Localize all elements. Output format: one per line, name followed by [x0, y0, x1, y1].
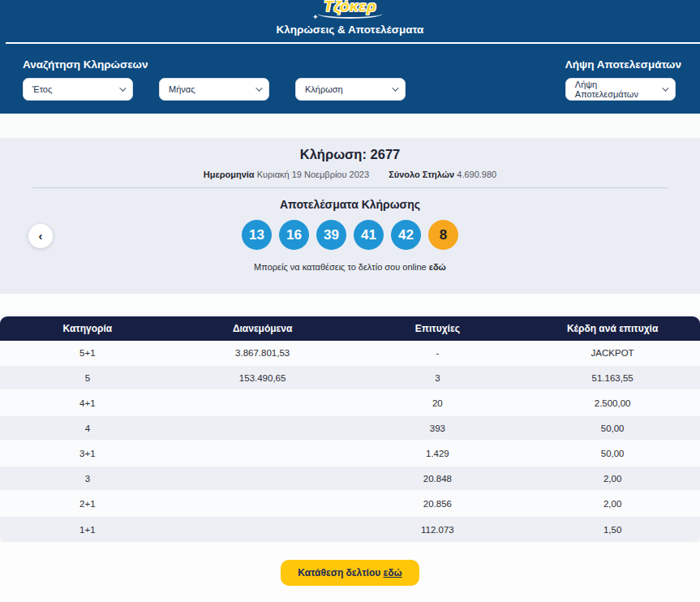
column-header-category: Κατηγορία — [0, 316, 175, 341]
draw-select[interactable]: Κλήρωση — [295, 78, 406, 101]
total-columns-label: Σύνολο Στηλών — [389, 170, 454, 179]
column-header-prize: Κέρδη ανά επιτυχία — [525, 316, 700, 341]
cell-category: 2+1 — [0, 492, 175, 515]
chevron-left-icon: ‹ — [39, 229, 43, 243]
search-section: Αναζήτηση Κληρώσεων Έτος Μήνας Κλήρωση Λ… — [0, 58, 700, 101]
cell-prize: 50,00 — [525, 416, 700, 440]
winning-number-ball: 41 — [354, 220, 384, 250]
cell-distributed — [175, 441, 350, 465]
logo-swoosh-icon — [317, 9, 383, 19]
cell-distributed — [175, 416, 350, 440]
spacer — [0, 114, 700, 138]
cell-category: 4+1 — [0, 391, 175, 415]
table-row: 1+1 112.073 1,50 — [0, 517, 700, 542]
cell-winners: 112.073 — [350, 517, 526, 542]
chevron-down-icon — [662, 84, 668, 91]
logo-star-icon: ✦ — [312, 13, 319, 21]
header-divider — [6, 42, 700, 44]
table-row: 2+1 20.856 2,00 — [0, 492, 700, 517]
table-header-row: Κατηγορία Διανεμόμενα Επιτυχίες Κέρδη αν… — [0, 316, 700, 341]
year-select-value: Έτος — [32, 84, 52, 94]
winning-number-ball: 16 — [279, 220, 309, 250]
chevron-down-icon — [119, 84, 126, 91]
download-results-select[interactable]: Λήψη Αποτελεσμάτων — [565, 78, 676, 101]
cell-winners: 393 — [350, 416, 526, 440]
download-results: Λήψη Αποτελεσμάτων Λήψη Αποτελεσμάτων — [565, 58, 681, 101]
table-row: 3 20.848 2,00 — [0, 467, 700, 492]
total-columns-value: 4.690.980 — [457, 170, 496, 179]
payout-table: Κατηγορία Διανεμόμενα Επιτυχίες Κέρδη αν… — [0, 316, 700, 542]
table-row: 5+1 3.867.801,53 - JACKPOT — [0, 341, 700, 366]
month-select[interactable]: Μήνας — [159, 78, 269, 101]
cell-category: 5+1 — [0, 341, 175, 364]
cell-winners: 1.429 — [350, 441, 526, 465]
cell-distributed — [175, 391, 350, 415]
draw-meta: Ημερομηνία Κυριακή 19 Νοεμβρίου 2023 Σύν… — [0, 170, 700, 179]
search-title: Αναζήτηση Κληρώσεων — [23, 58, 406, 71]
draw-date-label: Ημερομηνία — [204, 170, 255, 179]
cell-prize: 51.163,55 — [525, 366, 700, 389]
table-row: 4+1 20 2.500,00 — [0, 391, 700, 416]
winning-number-ball: 13 — [242, 220, 272, 250]
draw-select-value: Κλήρωση — [305, 84, 343, 94]
search-filters: Αναζήτηση Κληρώσεων Έτος Μήνας Κλήρωση — [23, 58, 406, 101]
cell-prize: 1,50 — [525, 517, 700, 542]
download-results-title: Λήψη Αποτελεσμάτων — [565, 58, 681, 71]
draw-results-title: Αποτελέσματα Κλήρωσης — [0, 198, 700, 211]
column-header-winners: Επιτυχίες — [350, 316, 526, 341]
deposit-ticket-button[interactable]: Κατάθεση δελτίου εδώ — [281, 560, 419, 586]
cell-winners: 20.856 — [350, 492, 526, 515]
cell-category: 1+1 — [0, 517, 175, 542]
table-row: 4 393 50,00 — [0, 416, 700, 441]
cell-winners: 20 — [350, 391, 526, 415]
joker-number-ball: 8 — [428, 220, 458, 250]
cell-distributed — [175, 517, 350, 542]
table-row: 3+1 1.429 50,00 — [0, 441, 700, 467]
month-select-value: Μήνας — [169, 84, 195, 94]
cell-prize: JACKPOT — [525, 341, 700, 364]
cell-distributed — [175, 492, 350, 515]
download-results-select-value: Λήψη Αποτελεσμάτων — [575, 80, 662, 99]
cell-prize: 2,00 — [525, 467, 700, 490]
spacer — [0, 294, 700, 316]
winning-number-ball: 42 — [391, 220, 421, 250]
page-header: Τζόκερ ✦ Κληρώσεις & Αποτελέσματα Αναζήτ… — [0, 0, 700, 114]
chevron-down-icon — [256, 84, 262, 91]
deposit-button-link: εδώ — [384, 567, 402, 578]
cell-category: 4 — [0, 416, 175, 440]
chevron-down-icon — [392, 84, 398, 91]
cell-distributed: 3.867.801,53 — [175, 341, 350, 364]
draw-number-title: Κλήρωση: 2677 — [0, 138, 700, 162]
cell-prize: 2.500,00 — [525, 391, 700, 415]
table-body: 5+1 3.867.801,53 - JACKPOT 5 153.490,65 … — [0, 341, 700, 542]
cell-category: 3 — [0, 467, 175, 490]
cell-prize: 50,00 — [525, 441, 700, 465]
draw-result-card: Κλήρωση: 2677 Ημερομηνία Κυριακή 19 Νοεμ… — [0, 138, 700, 294]
page-footer: Κατάθεση δελτίου εδώ — [0, 542, 700, 602]
cell-category: 5 — [0, 366, 175, 389]
winning-numbers: 13 16 39 41 42 8 — [0, 220, 700, 250]
page-title: Κληρώσεις & Αποτελέσματα — [0, 24, 700, 36]
table-row: 5 153.490,65 3 51.163,55 — [0, 366, 700, 391]
year-select[interactable]: Έτος — [23, 78, 133, 101]
tzoker-logo[interactable]: Τζόκερ ✦ — [319, 0, 381, 19]
cell-distributed: 153.490,65 — [175, 366, 350, 389]
column-header-distributed: Διανεμόμενα — [175, 316, 350, 341]
cell-winners: 20.848 — [350, 467, 526, 490]
cell-distributed — [175, 467, 350, 490]
cell-winners: - — [350, 341, 526, 364]
deposit-button-text: Κατάθεση δελτίου — [298, 567, 380, 578]
cell-prize: 2,00 — [525, 492, 700, 515]
online-deposit-note: Μπορείς να καταθέσεις το δελτίο σου onli… — [0, 262, 700, 272]
winning-number-ball: 39 — [316, 220, 346, 250]
draw-date-value: Κυριακή 19 Νοεμβρίου 2023 — [257, 170, 369, 179]
online-note-text: Μπορείς να καταθέσεις το δελτίο σου onli… — [254, 262, 427, 272]
card-divider — [32, 187, 668, 188]
previous-draw-button[interactable]: ‹ — [28, 224, 53, 248]
cell-winners: 3 — [350, 366, 526, 389]
online-note-link[interactable]: εδώ — [429, 262, 446, 272]
cell-category: 3+1 — [0, 441, 175, 465]
